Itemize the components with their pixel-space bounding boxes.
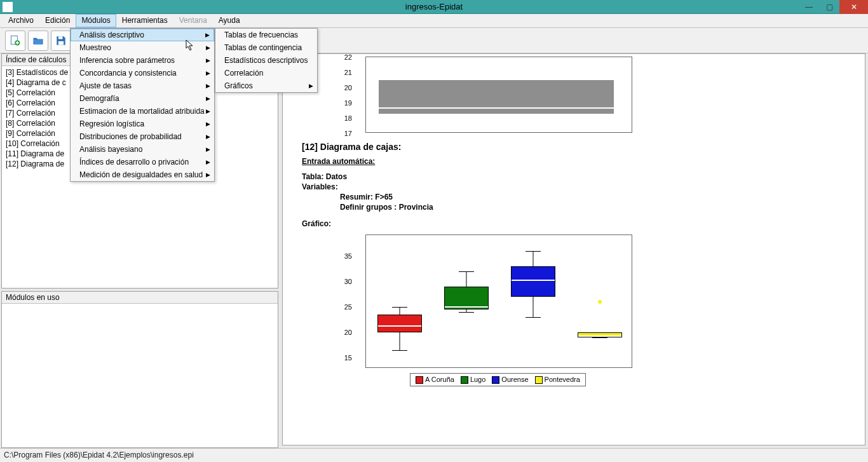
entry-auto-label: Entrada automática: (302, 157, 846, 166)
dd-muestreo[interactable]: Muestreo▶ (71, 41, 214, 54)
chart-label: Gráfico: (302, 219, 846, 228)
dd-desigualdades[interactable]: Medición de desigualdades en salud▶ (71, 168, 214, 181)
window-title: ingresos-Epidat (405, 2, 463, 11)
menu-modulos[interactable]: Módulos (76, 14, 116, 27)
modules-in-use-body (2, 304, 278, 447)
menubar: Archivo Edición Módulos Herramientas Ven… (0, 14, 868, 28)
dd-bayesiano[interactable]: Análisis bayesiano▶ (71, 143, 214, 156)
dd-tablas-contingencia[interactable]: Tablas de contingencia (215, 41, 317, 54)
close-button[interactable]: ✕ (839, 0, 868, 14)
svg-rect-2 (58, 36, 63, 39)
menu-herramientas[interactable]: Herramientas (116, 14, 173, 27)
submenu-arrow-icon: ▶ (205, 32, 210, 38)
resume-line: Resumir: F>65 (340, 193, 846, 201)
legend-item-3: Pontevedra (535, 376, 580, 384)
new-doc-button[interactable] (5, 31, 25, 51)
legend-item-0: A Coruña (416, 376, 454, 384)
boxplot-chart: 1520253035 A CoruñaLugoOurensePontevedra (365, 234, 846, 386)
titlebar: ingresos-Epidat — ▢ ✕ (0, 0, 868, 14)
section-title: [12] Diagrama de cajas: (302, 142, 846, 152)
modules-in-use-header: Módulos en uso (2, 292, 278, 304)
open-button[interactable] (28, 31, 48, 51)
dd-concordancia[interactable]: Concordancia y consistencia▶ (71, 67, 214, 79)
dd-distribuciones[interactable]: Distribuciones de probabilidad▶ (71, 130, 214, 143)
dd-correlacion[interactable]: Correlación (215, 67, 317, 79)
output-panel: 171819202122 [12] Diagrama de cajas: Ent… (282, 53, 865, 445)
modules-in-use-panel: Módulos en uso (1, 291, 278, 448)
dd-demografia[interactable]: Demografía▶ (71, 92, 214, 105)
groups-line: Definir grupos : Provincia (340, 203, 846, 212)
dd-indices[interactable]: Índices de desarrollo o privación▶ (71, 156, 214, 168)
statusbar: C:\Program Files (x86)\Epidat 4.2\Ejempl… (0, 448, 868, 462)
top-chart-fragment: 171819202122 (365, 57, 846, 133)
save-icon (55, 34, 67, 47)
modules-dropdown: Análisis descriptivo▶ Muestreo▶ Inferenc… (70, 28, 215, 182)
svg-rect-3 (58, 41, 64, 44)
dd-analisis-descriptivo[interactable]: Análisis descriptivo▶ (71, 29, 214, 41)
dd-mortalidad[interactable]: Estimacion de la mortalidad atribuida▶ (71, 105, 214, 118)
folder-open-icon (32, 34, 44, 47)
variables-label: Variables: (302, 182, 846, 191)
dd-inferencia[interactable]: Inferencia sobre parámetros▶ (71, 54, 214, 67)
window-controls: — ▢ ✕ (799, 0, 868, 14)
dd-ajuste-tasas[interactable]: Ajuste de tasas▶ (71, 79, 214, 92)
save-button[interactable] (51, 31, 71, 51)
menu-edicion[interactable]: Edición (39, 14, 76, 27)
dd-estadisticos-descriptivos[interactable]: Estadísticos descriptivos (215, 54, 317, 67)
dd-regresion[interactable]: Regresión logística▶ (71, 118, 214, 130)
dd-graficos[interactable]: Gráficos▶ (215, 79, 317, 92)
legend-item-2: Ourense (492, 376, 528, 384)
legend-item-1: Lugo (461, 376, 485, 384)
menu-ayuda[interactable]: Ayuda (213, 14, 246, 27)
app-icon (3, 2, 13, 12)
menu-archivo[interactable]: Archivo (3, 14, 39, 27)
minimize-button[interactable]: — (799, 0, 819, 14)
new-doc-icon (9, 34, 22, 47)
status-path: C:\Program Files (x86)\Epidat 4.2\Ejempl… (4, 451, 194, 459)
menu-ventana: Ventana (173, 14, 213, 27)
maximize-button[interactable]: ▢ (819, 0, 839, 14)
dd-tablas-frecuencias[interactable]: Tablas de frecuencias (215, 29, 317, 41)
table-line: Tabla: Datos (302, 172, 846, 181)
boxplot-legend: A CoruñaLugoOurensePontevedra (410, 373, 586, 386)
analisis-submenu: Tablas de frecuencias Tablas de continge… (215, 28, 318, 93)
